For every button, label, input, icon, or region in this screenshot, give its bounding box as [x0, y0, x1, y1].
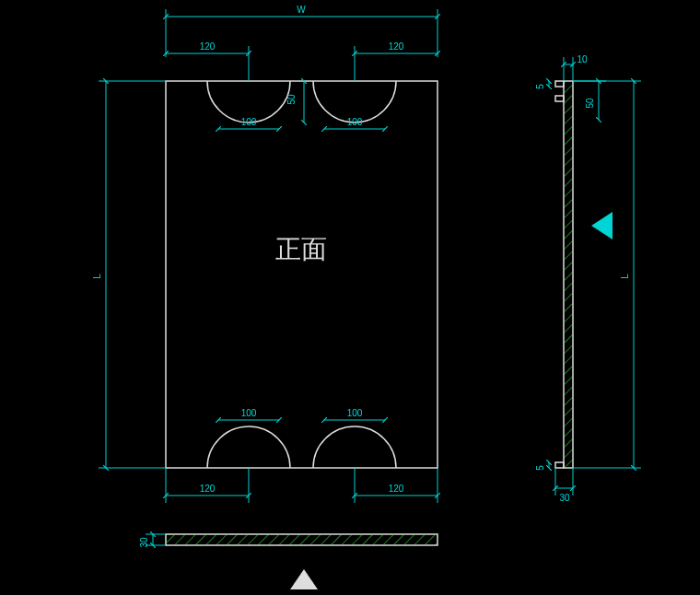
dim-120-bl: 120	[200, 484, 216, 494]
dim-100-bl: 100	[241, 408, 257, 418]
dim-50r: 50	[585, 98, 595, 109]
svg-rect-43	[167, 535, 438, 545]
dim-120-br: 120	[389, 484, 404, 494]
section-arrow-left-icon	[591, 212, 612, 239]
svg-rect-25	[555, 81, 564, 87]
dim-30a: 30	[139, 537, 149, 548]
dim-50: 50	[286, 94, 297, 105]
dim-100-tr: 100	[347, 117, 363, 127]
dim-W: W	[297, 5, 306, 15]
front-view: 正面	[166, 81, 438, 468]
front-label: 正面	[275, 235, 327, 263]
side-view	[555, 81, 612, 468]
dim-100-tl: 100	[241, 117, 257, 127]
svg-rect-28	[565, 82, 573, 468]
dim-10: 10	[577, 54, 588, 64]
bottom-dims: 30	[139, 534, 166, 548]
dim-L: L	[92, 274, 102, 279]
side-dims: 10 5 50 L 5 30	[535, 54, 641, 503]
dim-5a: 5	[535, 84, 545, 89]
dim-120-tl: 120	[200, 41, 216, 52]
dim-120-tr: 120	[389, 41, 404, 52]
dim-5b: 5	[535, 465, 545, 471]
dim-100-br: 100	[347, 408, 363, 418]
front-dims: W 120 120 100 100 50 120 120 100 100 L	[92, 5, 438, 503]
section-arrow-up-icon	[290, 569, 318, 589]
drawing-canvas: 正面 W 120 120 100 100 50 120 120 100 100 …	[0, 0, 700, 595]
dim-L2: L	[620, 274, 630, 279]
svg-rect-26	[555, 96, 564, 101]
svg-rect-27	[555, 462, 564, 468]
svg-rect-2	[166, 81, 438, 468]
bottom-view	[166, 534, 438, 589]
dim-30b: 30	[559, 493, 570, 503]
